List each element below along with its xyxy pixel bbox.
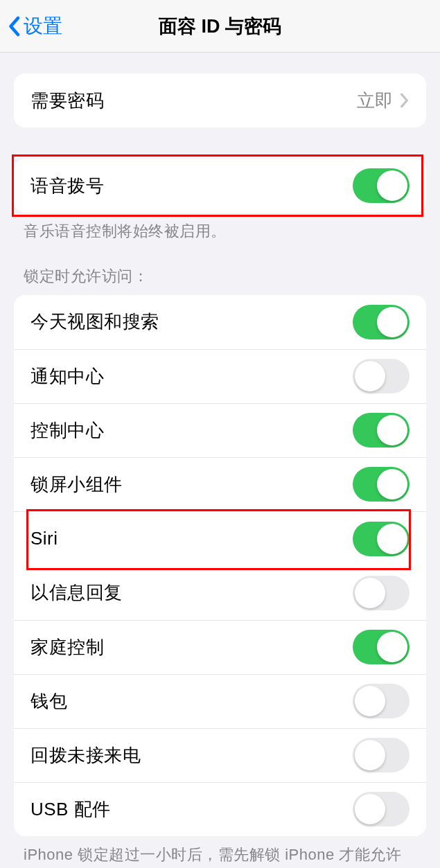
row-lockscreen-widgets: 锁屏小组件 (14, 457, 426, 511)
row-label: 回拨未接来电 (30, 743, 141, 768)
back-label: 设置 (24, 13, 62, 39)
row-label: USB 配件 (30, 797, 111, 822)
row-label: 以信息回复 (30, 581, 123, 605)
row-home-control: 家庭控制 (14, 620, 426, 674)
chevron-right-icon (400, 93, 410, 108)
toggle-control-center[interactable] (353, 413, 410, 448)
row-label: Siri (30, 528, 58, 549)
row-label: 语音拨号 (30, 174, 104, 198)
footer-voice-dial: 音乐语音控制将始终被启用。 (24, 221, 416, 242)
row-usb-accessories: USB 配件 (14, 782, 426, 836)
row-return-missed-calls: 回拨未接来电 (14, 728, 426, 782)
group-lock-access: 今天视图和搜索通知中心控制中心锁屏小组件Siri以信息回复家庭控制钱包回拨未接来… (14, 295, 426, 836)
row-control-center: 控制中心 (14, 403, 426, 457)
footer-lock-access: iPhone 锁定超过一小时后，需先解锁 iPhone 才能允许 USB 配件连… (24, 844, 416, 868)
group-voice-dial: 语音拨号 (14, 159, 426, 213)
toggle-wallet[interactable] (353, 684, 410, 718)
toggle-siri[interactable] (353, 522, 410, 556)
back-button[interactable]: 设置 (7, 13, 62, 39)
toggle-voice-dial[interactable] (353, 168, 410, 203)
group-passcode: 需要密码 立即 (14, 73, 426, 127)
row-label: 锁屏小组件 (30, 472, 123, 497)
row-notification-center: 通知中心 (14, 349, 426, 403)
row-label: 今天视图和搜索 (30, 310, 159, 334)
toggle-today-view[interactable] (353, 305, 410, 339)
row-wallet: 钱包 (14, 674, 426, 728)
row-label: 需要密码 (30, 89, 104, 113)
row-siri: Siri (14, 512, 426, 566)
row-label: 控制中心 (30, 418, 104, 443)
row-value: 立即 (357, 89, 393, 113)
chevron-left-icon (7, 16, 21, 37)
toggle-notification-center[interactable] (353, 359, 410, 393)
page-title: 面容 ID 与密码 (159, 14, 281, 39)
toggle-reply-with-message[interactable] (353, 576, 410, 610)
row-label: 家庭控制 (30, 635, 104, 659)
section-header-lock-access: 锁定时允许访问： (24, 266, 416, 287)
toggle-return-missed-calls[interactable] (353, 738, 410, 772)
toggle-lockscreen-widgets[interactable] (353, 467, 410, 502)
toggle-usb-accessories[interactable] (353, 792, 410, 826)
row-voice-dial: 语音拨号 (14, 159, 426, 213)
row-label: 钱包 (30, 689, 67, 714)
row-label: 通知中心 (30, 364, 104, 389)
toggle-home-control[interactable] (353, 630, 410, 664)
row-reply-with-message: 以信息回复 (14, 566, 426, 620)
nav-bar: 设置 面容 ID 与密码 (0, 0, 440, 53)
row-today-view: 今天视图和搜索 (14, 295, 426, 349)
row-require-passcode[interactable]: 需要密码 立即 (14, 73, 426, 127)
